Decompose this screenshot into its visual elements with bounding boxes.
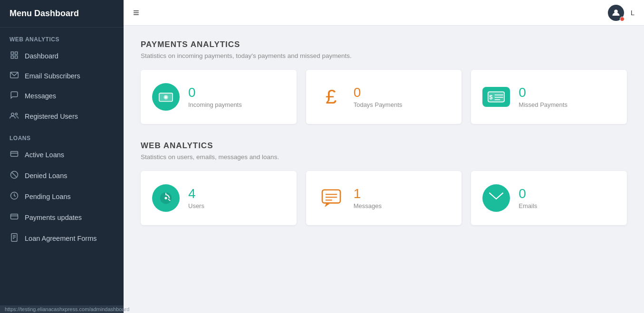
incoming-payments-number: 0: [188, 86, 196, 99]
payments-section-subheading: Statistics on incoming payments, today's…: [141, 52, 627, 59]
todays-payments-text: 0 Todays Payments: [354, 86, 403, 108]
todays-payments-label: Todays Payments: [354, 101, 403, 108]
topbar-left: ≡: [133, 7, 139, 19]
sidebar-item-messages-label: Messages: [25, 92, 56, 100]
todays-payments-card: £ 0 Todays Payments: [306, 70, 462, 124]
svg-point-21: [165, 96, 167, 98]
status-bar-url: https://testing.elianacashxpress.com/adm…: [5, 306, 129, 312]
svg-rect-1: [15, 52, 18, 54]
missed-payments-number: 0: [519, 86, 526, 99]
incoming-payments-icon: [152, 83, 180, 111]
sidebar-section-loans: Loans: [0, 126, 124, 144]
topbar-right: L: [608, 5, 634, 21]
sidebar-item-dashboard-label: Dashboard: [25, 52, 58, 60]
payments-cards-row: 0 Incoming payments £ 0 Todays Payments: [141, 70, 627, 124]
sidebar-item-pending-loans-label: Pending Loans: [25, 193, 71, 200]
topbar: ≡ L: [124, 0, 644, 26]
sidebar-item-payments-updates-label: Payments updates: [25, 214, 82, 221]
notification-badge: [620, 17, 625, 21]
sidebar-item-registered-users[interactable]: Registered Users: [0, 106, 124, 126]
sidebar-item-pending-loans[interactable]: Pending Loans: [0, 186, 124, 207]
denied-loans-icon: [10, 171, 19, 181]
pending-loans-icon: [10, 191, 19, 202]
sidebar-section-web-analytics: Web Analytics: [0, 28, 124, 46]
content-area: PAYMENTS ANALYTICS Statistics on incomin…: [124, 26, 644, 313]
web-analytics-section-heading: WEB ANALYTICS: [141, 141, 627, 151]
emails-card-text: 0 Emails: [519, 187, 537, 209]
emails-card-label: Emails: [519, 202, 537, 209]
user-avatar[interactable]: [608, 5, 624, 21]
web-analytics-section-subheading: Statistics on users, emails, messages an…: [141, 153, 627, 161]
messages-card-text: 1 Messages: [354, 187, 382, 209]
hamburger-menu[interactable]: ≡: [133, 7, 139, 19]
missed-payments-label: Missed Payments: [519, 101, 567, 108]
emails-card-number: 0: [519, 187, 526, 200]
sidebar-item-active-loans[interactable]: Active Loans: [0, 144, 124, 165]
sidebar-item-dashboard[interactable]: Dashboard: [0, 46, 124, 66]
main-area: ≡ L PAYMENTS ANALYTICS Statistics on inc…: [124, 0, 644, 313]
sidebar-item-denied-loans-label: Denied Loans: [25, 172, 67, 180]
status-bar: https://testing.elianacashxpress.com/adm…: [0, 305, 124, 313]
sidebar: Menu Dashboard Web Analytics Dashboard E…: [0, 0, 124, 313]
active-loans-icon: [10, 150, 19, 160]
users-card-number: 4: [188, 187, 196, 200]
todays-payments-number: 0: [354, 86, 361, 99]
todays-payments-icon: £: [317, 83, 345, 111]
missed-payments-text: 0 Missed Payments: [519, 86, 567, 108]
incoming-payments-text: 0 Incoming payments: [188, 86, 242, 108]
emails-card-icon: [482, 184, 510, 212]
users-card: 4 Users: [141, 171, 297, 225]
payments-analytics-section: PAYMENTS ANALYTICS Statistics on incomin…: [141, 40, 627, 124]
messages-card-label: Messages: [354, 202, 382, 209]
users-card-label: Users: [188, 202, 204, 209]
svg-rect-3: [15, 56, 18, 58]
email-icon: [10, 72, 19, 80]
messages-card-number: 1: [354, 187, 361, 200]
emails-card: 0 Emails: [471, 171, 627, 225]
svg-point-6: [15, 113, 17, 115]
users-card-text: 4 Users: [188, 187, 204, 209]
loan-forms-icon: [10, 233, 19, 244]
sidebar-item-active-loans-label: Active Loans: [25, 151, 64, 159]
sidebar-item-email-subscribers[interactable]: Email Subscribers: [0, 66, 124, 85]
missed-payments-card: $ 0 Missed Payments: [471, 70, 627, 124]
topbar-user-letter: L: [631, 9, 634, 17]
sidebar-title: Menu Dashboard: [0, 0, 124, 28]
sidebar-item-email-subscribers-label: Email Subscribers: [25, 72, 80, 80]
sidebar-item-denied-loans[interactable]: Denied Loans: [0, 165, 124, 186]
svg-line-10: [12, 172, 17, 178]
sidebar-item-payments-updates[interactable]: Payments updates: [0, 207, 124, 228]
web-analytics-section: WEB ANALYTICS Statistics on users, email…: [141, 141, 627, 225]
web-analytics-cards-row: 4 Users: [141, 171, 627, 225]
svg-rect-2: [11, 56, 13, 58]
sidebar-item-messages[interactable]: Messages: [0, 85, 124, 106]
incoming-payments-card: 0 Incoming payments: [141, 70, 297, 124]
sidebar-item-loan-agreement-forms-label: Loan Agreement Forms: [25, 235, 97, 242]
incoming-payments-label: Incoming payments: [188, 101, 242, 108]
payments-section-heading: PAYMENTS ANALYTICS: [141, 40, 627, 49]
users-card-icon: [152, 184, 180, 212]
svg-point-28: [164, 197, 167, 199]
sidebar-item-registered-users-label: Registered Users: [25, 113, 78, 120]
messages-icon: [10, 91, 19, 101]
messages-card-icon: [317, 184, 345, 212]
users-icon: [10, 112, 19, 121]
sidebar-item-loan-agreement-forms[interactable]: Loan Agreement Forms: [0, 228, 124, 249]
svg-point-5: [11, 113, 14, 116]
payments-updates-icon: [10, 212, 19, 223]
missed-payments-icon: $: [482, 87, 510, 107]
svg-rect-31: [322, 190, 340, 203]
svg-rect-12: [11, 214, 18, 219]
svg-text:$: $: [490, 94, 493, 101]
svg-rect-0: [11, 52, 13, 54]
dashboard-icon: [10, 51, 19, 61]
messages-card: 1 Messages: [306, 171, 462, 225]
svg-rect-7: [11, 152, 18, 157]
